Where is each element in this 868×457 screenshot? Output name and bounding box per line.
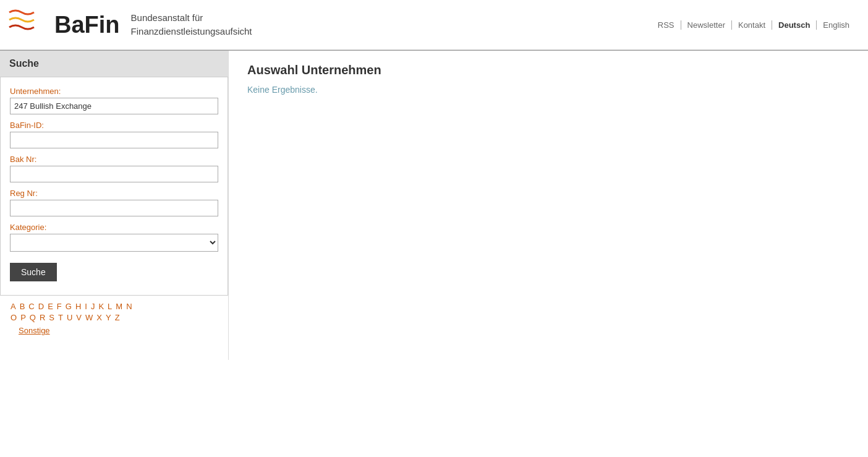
kategorie-select[interactable] <box>10 234 218 252</box>
alphabet-nav: A B C D E F G H I J K L M N O P Q R S <box>0 296 228 340</box>
tagline: Bundesanstalt für Finanzdienstleistungsa… <box>131 11 252 39</box>
alpha-Z[interactable]: Z <box>114 313 121 322</box>
nav-newsletter[interactable]: Newsletter <box>681 20 732 30</box>
alpha-G[interactable]: G <box>64 302 73 311</box>
alpha-F[interactable]: F <box>56 302 63 311</box>
logo-name: BaFin <box>54 12 120 38</box>
sidebar: Suche Unternehmen: BaFin-ID: Bak Nr: Reg… <box>0 51 229 360</box>
sidebar-title: Suche <box>0 51 228 77</box>
search-form: Unternehmen: BaFin-ID: Bak Nr: Reg Nr: K… <box>0 77 228 296</box>
alpha-D[interactable]: D <box>37 302 45 311</box>
bafin-id-label: BaFin-ID: <box>10 121 218 130</box>
alpha-J[interactable]: J <box>90 302 96 311</box>
unternehmen-group: Unternehmen: <box>10 87 218 114</box>
reg-nr-group: Reg Nr: <box>10 189 218 216</box>
alpha-K[interactable]: K <box>97 302 105 311</box>
nav-rss[interactable]: RSS <box>652 20 681 30</box>
alpha-N[interactable]: N <box>125 302 133 311</box>
alpha-B[interactable]: B <box>19 302 27 311</box>
main-content: Auswahl Unternehmen Keine Ergebnisse. <box>229 51 868 107</box>
alpha-C[interactable]: C <box>27 302 35 311</box>
bak-nr-label: Bak Nr: <box>10 155 218 164</box>
alpha-row-1: A B C D E F G H I J K L M N <box>9 302 219 311</box>
no-results-text: Keine Ergebnisse. <box>247 85 849 95</box>
alpha-Y[interactable]: Y <box>104 313 113 322</box>
alpha-R[interactable]: R <box>38 313 46 322</box>
kategorie-group: Kategorie: <box>10 223 218 252</box>
alpha-O[interactable]: O <box>9 313 18 322</box>
site-header: BaFin Bundesanstalt für Finanzdienstleis… <box>0 0 868 50</box>
alpha-I[interactable]: I <box>83 302 88 311</box>
alpha-H[interactable]: H <box>74 302 82 311</box>
alpha-T[interactable]: T <box>57 313 64 322</box>
alpha-Q[interactable]: Q <box>28 313 37 322</box>
bafin-id-group: BaFin-ID: <box>10 121 218 148</box>
alpha-A[interactable]: A <box>9 302 17 311</box>
reg-nr-label: Reg Nr: <box>10 189 218 198</box>
alpha-W[interactable]: W <box>84 313 94 322</box>
bafin-logo-waves <box>6 6 43 43</box>
alpha-U[interactable]: U <box>66 313 74 322</box>
logo-area: BaFin Bundesanstalt für Finanzdienstleis… <box>6 6 252 43</box>
alpha-S[interactable]: S <box>48 313 56 322</box>
alpha-X[interactable]: X <box>95 313 103 322</box>
bak-nr-group: Bak Nr: <box>10 155 218 182</box>
top-nav: RSS Newsletter Kontakt Deutsch English <box>652 20 856 30</box>
alpha-L[interactable]: L <box>106 302 113 311</box>
kategorie-label: Kategorie: <box>10 223 218 232</box>
alpha-row-2: O P Q R S T U V W X Y Z <box>9 313 219 322</box>
nav-kontakt[interactable]: Kontakt <box>732 20 772 30</box>
page-title: Auswahl Unternehmen <box>247 63 849 77</box>
nav-english[interactable]: English <box>817 20 856 30</box>
alpha-E[interactable]: E <box>46 302 54 311</box>
alpha-sonstige[interactable]: Sonstige <box>9 324 219 337</box>
unternehmen-label: Unternehmen: <box>10 87 218 96</box>
alpha-P[interactable]: P <box>19 313 27 322</box>
main-layout: Suche Unternehmen: BaFin-ID: Bak Nr: Reg… <box>0 51 868 360</box>
alpha-V[interactable]: V <box>75 313 83 322</box>
unternehmen-input[interactable] <box>10 98 218 114</box>
reg-nr-input[interactable] <box>10 200 218 216</box>
bak-nr-input[interactable] <box>10 166 218 182</box>
search-button[interactable]: Suche <box>10 263 57 281</box>
nav-deutsch[interactable]: Deutsch <box>772 20 817 30</box>
alpha-M[interactable]: M <box>114 302 124 311</box>
bafin-id-input[interactable] <box>10 132 218 148</box>
